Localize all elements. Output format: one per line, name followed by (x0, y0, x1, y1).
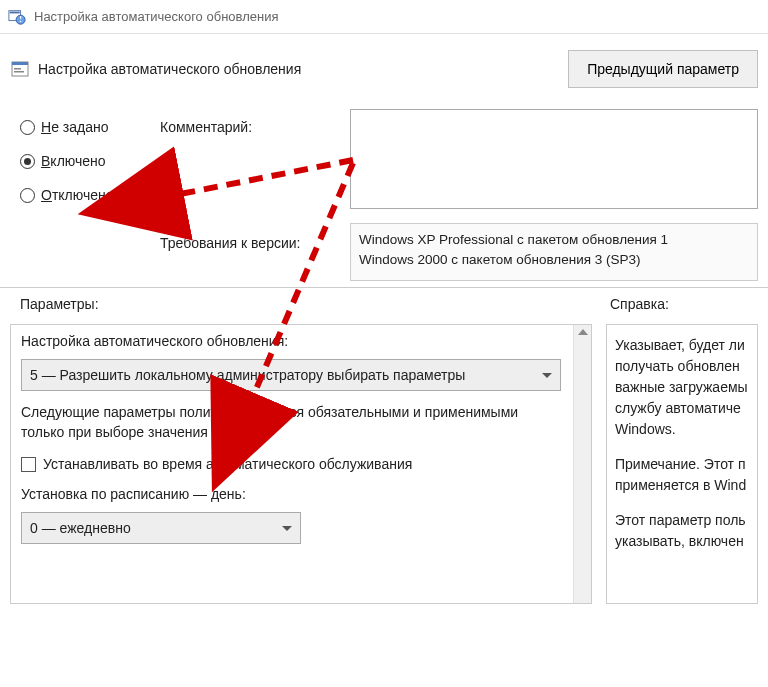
checkbox-icon (21, 457, 36, 472)
help-paragraph: Примечание. Этот п применяется в Wind (615, 454, 749, 496)
svg-rect-7 (14, 71, 24, 73)
chevron-down-icon (282, 526, 292, 531)
bottom-panels: Настройка автоматического обновления: 5 … (0, 318, 768, 604)
radio-icon (20, 120, 35, 135)
policy-name: Настройка автоматического обновления (38, 61, 301, 77)
mode-note: Следующие параметры политики являются об… (21, 403, 551, 442)
update-config-label: Настройка автоматического обновления: (21, 333, 583, 349)
comment-label: Комментарий: (160, 119, 350, 135)
svg-point-3 (20, 20, 22, 22)
checkbox-label: Устанавливать во время автоматического о… (43, 456, 412, 472)
radio-label: Отключено (41, 187, 114, 203)
policy-editor-icon (8, 8, 26, 26)
radio-label: Не задано (41, 119, 108, 135)
previous-parameter-button[interactable]: Предыдущий параметр (568, 50, 758, 88)
config-section: Не задано Включено Отключено Комментарий… (0, 101, 768, 288)
chevron-down-icon (542, 373, 552, 378)
update-mode-dropdown[interactable]: 5 — Разрешить локальному администратору … (21, 359, 561, 391)
help-paragraph: Указывает, будет ли получать обновлен ва… (615, 335, 749, 440)
schedule-day-dropdown[interactable]: 0 — ежедневно (21, 512, 301, 544)
radio-icon (20, 188, 35, 203)
help-paragraph: Этот параметр поль указывать, включен (615, 510, 749, 552)
titlebar: Настройка автоматического обновления (0, 0, 768, 34)
requirements-label: Требования к версии: (160, 235, 350, 251)
field-values: Windows XP Professional с пакетом обновл… (350, 109, 758, 281)
policy-item-icon (10, 59, 30, 79)
state-radios: Не задано Включено Отключено (20, 109, 160, 281)
help-header: Справка: (610, 296, 669, 312)
scrollbar[interactable] (573, 325, 591, 603)
help-panel: Указывает, будет ли получать обновлен ва… (606, 324, 758, 604)
section-headers: Параметры: Справка: (0, 288, 768, 318)
comment-input[interactable] (350, 109, 758, 209)
window-title: Настройка автоматического обновления (34, 9, 278, 24)
radio-label: Включено (41, 153, 106, 169)
auto-maintenance-checkbox[interactable]: Устанавливать во время автоматического о… (21, 456, 583, 472)
dropdown-value: 0 — ежедневно (30, 520, 131, 536)
policy-header: Настройка автоматического обновления Пре… (0, 34, 768, 101)
parameters-header: Параметры: (20, 296, 610, 312)
radio-disabled[interactable]: Отключено (20, 187, 160, 203)
radio-icon (20, 154, 35, 169)
requirements-box: Windows XP Professional с пакетом обновл… (350, 223, 758, 281)
schedule-day-label: Установка по расписанию — день: (21, 486, 583, 502)
radio-not-configured[interactable]: Не задано (20, 119, 160, 135)
svg-rect-1 (10, 11, 20, 13)
svg-rect-6 (14, 68, 21, 70)
field-labels: Комментарий: Требования к версии: (160, 109, 350, 281)
parameters-panel: Настройка автоматического обновления: 5 … (10, 324, 592, 604)
radio-enabled[interactable]: Включено (20, 153, 160, 169)
svg-rect-5 (12, 62, 28, 65)
dropdown-value: 5 — Разрешить локальному администратору … (30, 367, 465, 383)
